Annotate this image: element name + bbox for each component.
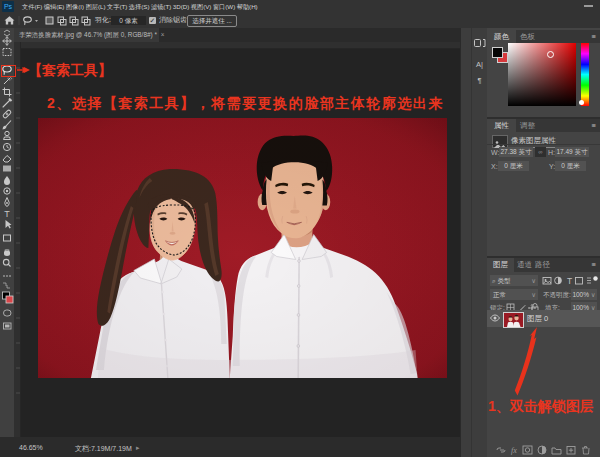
svg-text:fx: fx [511,446,517,455]
svg-text:¶: ¶ [477,76,481,85]
svg-text:T: T [4,209,10,219]
svg-text:T: T [567,276,572,286]
svg-text:A|: A| [476,60,483,69]
